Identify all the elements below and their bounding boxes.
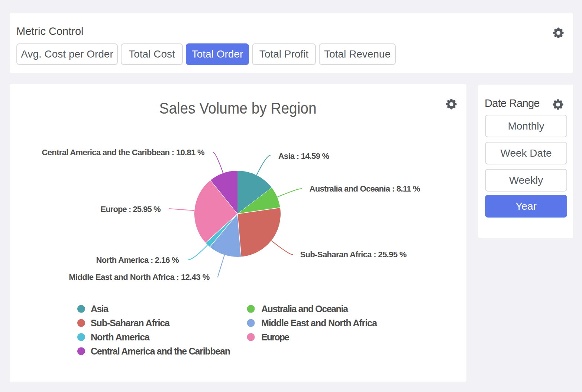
svg-text:Asia: Asia [91,304,109,314]
svg-text:Asia : 14.59 %: Asia : 14.59 % [278,151,329,161]
svg-text:Sub-Saharan Africa : 25.95 %: Sub-Saharan Africa : 25.95 % [300,250,407,259]
svg-text:North America: North America [91,332,150,342]
svg-text:Australia and Oceania: Australia and Oceania [261,304,349,314]
svg-text:Australia and Oceania : 8.11 %: Australia and Oceania : 8.11 % [310,184,420,193]
svg-text:Sales Volume by Region: Sales Volume by Region [159,99,317,117]
svg-text:Central America and the Caribb: Central America and the Caribbean [91,346,230,356]
svg-text:Central America and the Caribb: Central America and the Caribbean : 10.8… [42,148,205,157]
svg-text:Europe : 25.95 %: Europe : 25.95 % [101,205,161,214]
svg-text:Europe: Europe [261,332,290,342]
svg-text:Middle East and North Africa :: Middle East and North Africa : 12.43 % [69,272,210,282]
svg-text:Sub-Saharan Africa: Sub-Saharan Africa [91,318,170,328]
svg-text:North America : 2.16 %: North America : 2.16 % [96,255,179,265]
svg-text:Middle East and North Africa: Middle East and North Africa [261,318,378,328]
